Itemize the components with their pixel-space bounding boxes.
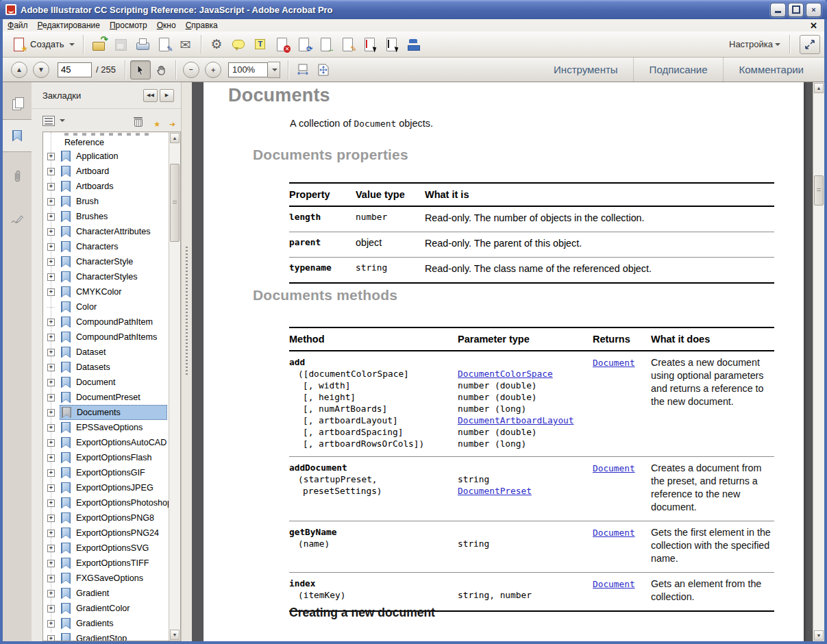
scroll-down-button[interactable]: ▼	[170, 630, 180, 640]
highlight-text-button[interactable]	[250, 34, 271, 55]
bookmark-item-characterstyles[interactable]: +CharacterStyles	[43, 269, 169, 284]
expand-plus-icon[interactable]: +	[47, 605, 55, 612]
preferences-button[interactable]	[206, 34, 227, 55]
delete-bookmark-button[interactable]	[134, 116, 143, 126]
settings-dropdown[interactable]: Настройка	[729, 39, 780, 49]
type-link[interactable]: DocumentColorSpace	[458, 369, 553, 379]
panel-button-sign[interactable]: Подписание	[634, 58, 723, 82]
attachments-tab[interactable]	[3, 160, 32, 192]
panel-resize-handle[interactable]	[181, 82, 193, 641]
stamp-button[interactable]	[404, 34, 424, 55]
edit-form-button[interactable]: ✎	[338, 34, 358, 55]
expand-plus-icon[interactable]: +	[47, 258, 55, 266]
expand-plus-icon[interactable]: +	[47, 484, 55, 492]
expand-plus-icon[interactable]: +	[47, 243, 55, 251]
expand-plus-icon[interactable]: +	[47, 409, 55, 417]
expand-plus-icon[interactable]: +	[47, 424, 55, 432]
returns-link[interactable]: Document	[593, 463, 635, 473]
scroll-down-button[interactable]: ▼	[814, 630, 824, 641]
scroll-up-button[interactable]: ▲	[814, 83, 824, 93]
menu-view[interactable]: Просмотр	[105, 20, 152, 31]
extract-pages-button[interactable]: ⟳	[294, 34, 314, 55]
expand-plus-icon[interactable]: +	[47, 620, 55, 628]
expand-plus-icon[interactable]: +	[47, 454, 55, 462]
bookmark-item-artboard[interactable]: +Artboard	[43, 164, 169, 179]
panel-button-tools[interactable]: Инструменты	[539, 58, 633, 82]
sticky-note-button[interactable]	[228, 34, 249, 55]
menu-file[interactable]: Файл	[3, 20, 33, 31]
bookmark-item-brushes[interactable]: +Brushes	[43, 209, 169, 224]
close-document-button[interactable]: ✕	[810, 21, 817, 31]
expand-plus-icon[interactable]: +	[47, 590, 55, 597]
bookmark-item-characterattributes[interactable]: +CharacterAttributes	[43, 224, 169, 239]
menu-window[interactable]: Окно	[152, 20, 181, 31]
bookmark-item-gradientcolor[interactable]: +GradientColor	[43, 601, 169, 616]
expand-plus-icon[interactable]: +	[47, 515, 55, 522]
bookmark-item-exportoptionsautocad[interactable]: +ExportOptionsAutoCAD	[43, 435, 169, 450]
bookmark-item-exportoptionspng24[interactable]: +ExportOptionsPNG24	[43, 525, 169, 541]
returns-link[interactable]: Document	[593, 579, 635, 589]
minimize-button[interactable]	[770, 3, 786, 17]
bookmark-goto-button[interactable]: ➜	[162, 115, 173, 127]
expand-plus-icon[interactable]: +	[47, 530, 55, 537]
expand-plus-icon[interactable]: +	[47, 198, 55, 206]
expand-plus-icon[interactable]: +	[47, 183, 55, 190]
page-thumbnails-tab[interactable]	[3, 88, 32, 119]
scroll-up-button[interactable]: ▲	[170, 133, 180, 143]
bookmark-item-brush[interactable]: +Brush	[43, 194, 169, 209]
scrollbar-thumb[interactable]	[814, 175, 824, 206]
bookmark-item-exportoptionspng8[interactable]: +ExportOptionsPNG8	[43, 510, 169, 525]
expand-plus-icon[interactable]: +	[47, 545, 55, 552]
bookmark-item-exportoptionsgif[interactable]: +ExportOptionsGIF	[43, 465, 169, 480]
select-tool-button[interactable]	[130, 60, 151, 79]
signatures-tab[interactable]	[3, 204, 32, 236]
create-button[interactable]: Создать	[8, 34, 79, 55]
expand-plus-icon[interactable]: +	[47, 469, 55, 477]
bookmark-item-application[interactable]: +Application	[43, 149, 169, 164]
sign-document-button[interactable]: ✎	[154, 34, 175, 55]
fit-page-button[interactable]	[314, 61, 333, 79]
bookmark-item-document[interactable]: +Document	[43, 375, 169, 390]
bookmark-item-exportoptionsjpeg[interactable]: +ExportOptionsJPEG	[43, 480, 169, 495]
expand-plus-icon[interactable]: +	[47, 635, 55, 641]
expand-plus-icon[interactable]: +	[47, 379, 55, 386]
bookmark-item-cmykcolor[interactable]: +CMYKColor	[43, 284, 169, 299]
bookmark-item-fxgsaveoptions[interactable]: +FXGSaveOptions	[43, 571, 169, 586]
bookmark-item-characterstyle[interactable]: +CharacterStyle	[43, 254, 169, 269]
zoom-out-button[interactable]: −	[183, 62, 199, 78]
bookmark-options-button[interactable]	[42, 116, 65, 126]
bookmark-item-gradients[interactable]: +Gradients	[43, 616, 169, 631]
bookmark-item-color[interactable]: Color	[43, 299, 169, 314]
bookmark-item-exportoptionsflash[interactable]: +ExportOptionsFlash	[43, 450, 169, 465]
bookmark-item-exportoptionstiff[interactable]: +ExportOptionsTIFF	[43, 556, 169, 571]
bookmark-item-exportoptionssvg[interactable]: +ExportOptionsSVG	[43, 541, 169, 556]
bookmark-item-epssaveoptions[interactable]: +EPSSaveOptions	[43, 420, 169, 435]
zoom-in-button[interactable]: ＋	[205, 62, 221, 78]
type-link[interactable]: DocumentPreset	[458, 486, 532, 496]
bookmarks-tab[interactable]	[3, 119, 32, 152]
email-button[interactable]	[176, 34, 197, 55]
delete-pages-button[interactable]	[272, 34, 293, 55]
expand-plus-icon[interactable]: +	[47, 439, 55, 447]
expand-plus-icon[interactable]: +	[47, 364, 55, 371]
expand-plus-icon[interactable]: +	[47, 288, 55, 296]
scrollbar-thumb[interactable]	[170, 164, 180, 242]
expand-plus-icon[interactable]: +	[47, 499, 55, 507]
bookmark-item-compoundpathitem[interactable]: +CompoundPathItem	[43, 314, 169, 330]
bookmark-item-datasets[interactable]: +Datasets	[43, 360, 169, 375]
close-button[interactable]: ×	[806, 3, 822, 17]
expand-panel-button[interactable]: ▶	[160, 89, 174, 102]
menu-help[interactable]: Справка	[181, 20, 223, 31]
document-scrollbar[interactable]: ▲ ▼	[813, 82, 824, 641]
expand-plus-icon[interactable]: +	[47, 349, 55, 356]
fullscreen-toggle-button[interactable]	[800, 35, 820, 54]
collapse-panel-button[interactable]: ◀◀	[143, 89, 158, 102]
maximize-button[interactable]	[788, 3, 804, 17]
export-page-button[interactable]: →	[316, 34, 336, 55]
expand-plus-icon[interactable]: +	[47, 228, 55, 236]
bookmark-item-documentpreset[interactable]: +DocumentPreset	[43, 390, 169, 405]
fit-width-button[interactable]	[293, 61, 312, 79]
bookmark-item-reference[interactable]: Reference	[43, 136, 169, 149]
expand-plus-icon[interactable]: +	[47, 575, 55, 582]
save-button[interactable]	[110, 34, 131, 55]
